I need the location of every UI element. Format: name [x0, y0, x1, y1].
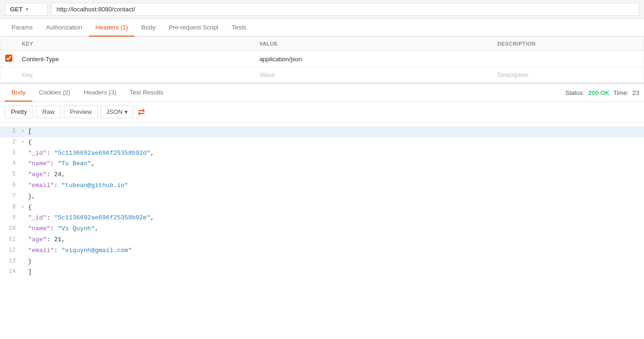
header-row-1: Content-Type application/json — [0, 51, 644, 67]
json-line: 8▾ { — [0, 202, 644, 213]
time-value: 23 — [633, 89, 639, 96]
line-number: 11 — [0, 235, 21, 244]
header-row-placeholder: Key Value Description — [0, 67, 644, 83]
json-content: "name": "Vi Quynh", — [28, 224, 644, 234]
preview-button[interactable]: Preview — [64, 105, 98, 118]
line-number: 5 — [0, 170, 21, 179]
json-content: } — [28, 257, 644, 267]
res-tab-cookies[interactable]: Cookies (2) — [32, 84, 77, 102]
json-line: 9 "_id": "5c1136692ae696f25358b92e", — [0, 213, 644, 224]
json-line: 1▾[ — [0, 126, 644, 137]
line-number: 4 — [0, 159, 21, 168]
json-content: { — [28, 203, 644, 213]
res-tab-test-results[interactable]: Test Results — [123, 84, 170, 102]
line-number: 10 — [0, 224, 21, 233]
url-bar: GET ▾ — [0, 0, 644, 19]
json-content: ] — [28, 267, 644, 277]
line-number: 2 — [0, 138, 21, 147]
fold-arrow — [21, 246, 28, 247]
json-line: 14] — [0, 267, 644, 278]
desc-placeholder[interactable]: Description — [493, 67, 644, 83]
format-bar: Pretty Raw Preview JSON ▾ ⇄ — [0, 102, 644, 122]
method-chevron: ▾ — [26, 7, 28, 12]
header-checkbox[interactable] — [5, 55, 12, 62]
desc-col-header: DESCRIPTION — [493, 37, 644, 51]
headers-table: KEY VALUE DESCRIPTION Content-Type appli… — [0, 37, 644, 83]
tab-headers[interactable]: Headers (1) — [89, 19, 135, 37]
response-header: Body Cookies (2) Headers (3) Test Result… — [0, 84, 644, 102]
status-info: Status: 200 OK Time: 23 — [565, 89, 639, 96]
check-col-header — [0, 37, 17, 51]
value-col-header: VALUE — [255, 37, 493, 51]
raw-button[interactable]: Raw — [36, 105, 61, 118]
tab-params[interactable]: Params — [5, 19, 39, 37]
line-number: 12 — [0, 246, 21, 255]
tab-authorization[interactable]: Authorization — [39, 19, 89, 37]
res-tab-body[interactable]: Body — [5, 84, 32, 102]
json-chevron: ▾ — [125, 108, 128, 115]
json-content: [ — [28, 127, 644, 137]
pretty-button[interactable]: Pretty — [5, 105, 33, 118]
fold-arrow[interactable]: ▾ — [21, 127, 28, 135]
value-cell[interactable]: application/json — [255, 51, 493, 67]
json-content: "_id": "5c1136692ae696f25358b92d", — [28, 149, 644, 159]
fold-arrow — [21, 170, 28, 171]
json-content: "email": "tubean@github.io" — [28, 181, 644, 191]
fold-arrow — [21, 159, 28, 160]
fold-arrow — [21, 224, 28, 225]
fold-arrow — [21, 213, 28, 214]
line-number: 1 — [0, 127, 21, 136]
json-body: 1▾[2▾ {3 "_id": "5c1136692ae696f25358b92… — [0, 122, 644, 282]
key-col-header: KEY — [17, 37, 255, 51]
json-line: 13 } — [0, 256, 644, 267]
value-placeholder[interactable]: Value — [255, 67, 493, 83]
method-select[interactable]: GET ▾ — [5, 3, 48, 16]
json-content: "email": "viquynh@gmail.com" — [28, 246, 644, 256]
fold-arrow[interactable]: ▾ — [21, 203, 28, 211]
json-line: 7 }, — [0, 191, 644, 202]
status-label: Status: — [565, 89, 584, 96]
json-line: 11 "age": 21, — [0, 235, 644, 245]
response-tabs: Body Cookies (2) Headers (3) Test Result… — [5, 84, 565, 101]
line-number: 6 — [0, 181, 21, 190]
fold-arrow — [21, 181, 28, 182]
json-dropdown[interactable]: JSON ▾ — [101, 105, 133, 118]
checkbox-cell[interactable] — [0, 51, 17, 67]
request-tabs: Params Authorization Headers (1) Body Pr… — [0, 19, 644, 37]
key-cell[interactable]: Content-Type — [17, 51, 255, 67]
res-tab-headers[interactable]: Headers (3) — [77, 84, 123, 102]
fold-arrow[interactable]: ▾ — [21, 138, 28, 146]
method-label: GET — [10, 6, 23, 13]
key-placeholder[interactable]: Key — [17, 67, 255, 83]
line-number: 7 — [0, 192, 21, 201]
time-label: Time: — [614, 89, 629, 96]
fold-arrow — [21, 235, 28, 236]
json-line: 12 "email": "viquynh@gmail.com" — [0, 245, 644, 256]
json-line: 6 "email": "tubean@github.io" — [0, 180, 644, 191]
json-line: 10 "name": "Vi Quynh", — [0, 224, 644, 235]
tab-body[interactable]: Body — [135, 19, 162, 37]
status-value: 200 OK — [588, 89, 610, 96]
wrap-icon[interactable]: ⇄ — [138, 107, 145, 117]
line-number: 13 — [0, 257, 21, 266]
fold-arrow — [21, 257, 28, 258]
fold-arrow — [21, 149, 28, 150]
tab-tests[interactable]: Tests — [225, 19, 253, 37]
url-input[interactable] — [51, 3, 639, 16]
tab-pre-request[interactable]: Pre-request Script — [162, 19, 225, 37]
line-number: 9 — [0, 213, 21, 222]
desc-cell[interactable] — [493, 51, 644, 67]
line-number: 8 — [0, 203, 21, 212]
line-number: 3 — [0, 149, 21, 158]
json-content: "_id": "5c1136692ae696f25358b92e", — [28, 213, 644, 223]
checkbox-cell-empty — [0, 67, 17, 83]
json-content: "age": 21, — [28, 235, 644, 245]
fold-arrow — [21, 267, 28, 268]
json-content: { — [28, 138, 644, 148]
json-line: 2▾ { — [0, 137, 644, 148]
json-line: 5 "age": 24, — [0, 170, 644, 180]
json-line: 4 "name": "Tu Bean", — [0, 159, 644, 170]
fold-arrow — [21, 192, 28, 193]
response-section: Body Cookies (2) Headers (3) Test Result… — [0, 83, 644, 282]
json-content: "age": 24, — [28, 170, 644, 180]
